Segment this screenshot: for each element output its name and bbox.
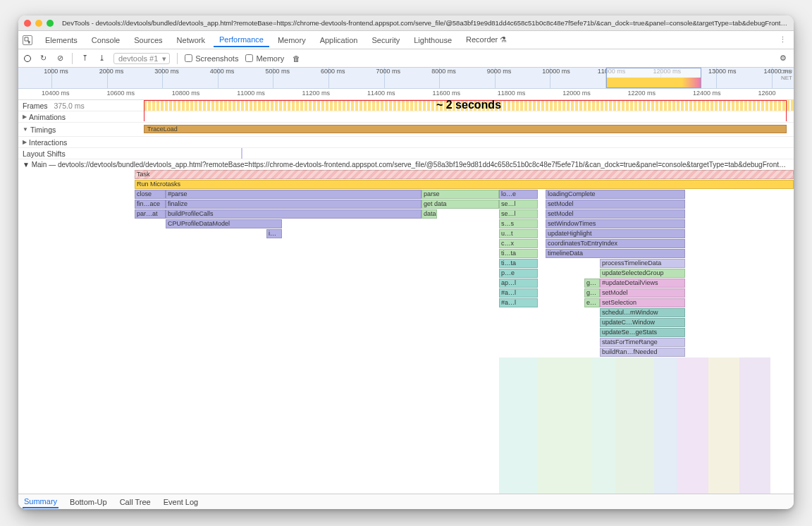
devtools-window: DevTools - devtools://devtools/bundled/d…	[18, 16, 794, 509]
flame-segment[interactable]: processTimelineData	[600, 259, 685, 268]
window-title: DevTools - devtools://devtools/bundled/d…	[62, 19, 788, 27]
flame-segment[interactable]: se…l	[499, 200, 538, 209]
tab-application[interactable]: Application	[314, 34, 364, 47]
frames-track[interactable]: Frames 375.0 ms	[18, 100, 794, 111]
flame-segment[interactable]: coordinatesToEntryIndex	[546, 239, 685, 248]
flame-segment[interactable]: updateSe…geStats	[600, 328, 685, 337]
record-button[interactable]	[24, 55, 31, 62]
flame-segment[interactable]: se…l	[499, 209, 538, 219]
flame-segment[interactable]: buildRan…fNeeded	[600, 348, 685, 357]
flame-chart[interactable]: TaskRun Microtasksclose#parseparselo…elo…	[18, 170, 794, 494]
tab-bottom-up[interactable]: Bottom-Up	[68, 496, 109, 508]
timing-traceload[interactable]: TraceLoad	[144, 125, 787, 133]
flame-segment[interactable]: buildProfileCalls	[166, 209, 422, 219]
flame-segment[interactable]: p…e	[499, 269, 538, 278]
chevron-down-icon[interactable]: ▼	[23, 161, 30, 169]
overview-selection[interactable]	[606, 68, 701, 88]
more-menu-icon[interactable]: ⋮	[776, 35, 789, 44]
tab-recorder[interactable]: Recorder ⚗	[460, 33, 512, 47]
flame-segment[interactable]: lo…e	[499, 190, 538, 199]
chevron-right-icon[interactable]: ▶	[23, 114, 27, 120]
delete-icon[interactable]: 🗑	[291, 54, 301, 63]
overview-labels: CPU NET	[780, 68, 792, 81]
flame-segment[interactable]: ti…ta	[499, 259, 538, 268]
flame-segment[interactable]: parse	[422, 190, 499, 199]
settings-gear-icon[interactable]: ⚙	[778, 54, 788, 63]
layout-shifts-track[interactable]: Layout Shifts	[18, 148, 794, 159]
time-ruler[interactable]: 10400 ms10600 ms10800 ms11000 ms11200 ms…	[18, 89, 794, 100]
tab-security[interactable]: Security	[366, 34, 405, 47]
titlebar: DevTools - devtools://devtools/bundled/d…	[18, 16, 794, 31]
flame-segment[interactable]: c…x	[499, 239, 538, 248]
window-controls	[24, 20, 54, 27]
flame-segment[interactable]: i…	[266, 229, 282, 238]
flame-segment[interactable]: schedul…mWindow	[600, 308, 685, 317]
interactions-track[interactable]: ▶Interactions	[18, 137, 794, 148]
flame-segment[interactable]: updateC…Window	[600, 318, 685, 327]
upload-icon[interactable]: ⤒	[80, 54, 90, 63]
flame-segment[interactable]: setWindowTimes	[546, 219, 685, 228]
flame-segment[interactable]: s…s	[499, 219, 538, 228]
track-lanes: Frames 375.0 ms ▶Animations ~ 2 seconds …	[18, 100, 794, 494]
profile-select[interactable]: devtools #1	[113, 53, 170, 64]
clear-button[interactable]: ⊘	[55, 54, 65, 63]
flame-segment[interactable]: CPUProfileDataModel	[166, 219, 282, 228]
flame-segment[interactable]: fin…ace	[135, 200, 166, 209]
flame-segment[interactable]: setModel	[600, 288, 685, 298]
chevron-right-icon[interactable]: ▶	[23, 139, 27, 145]
flame-segment[interactable]: #updateDetailViews	[600, 279, 685, 288]
inspect-icon[interactable]	[23, 35, 32, 45]
tab-network[interactable]: Network	[171, 34, 211, 47]
zoom-window-icon[interactable]	[47, 20, 54, 27]
flame-segment[interactable]: ap…l	[499, 279, 538, 288]
reload-button[interactable]: ↻	[38, 54, 48, 63]
minimize-window-icon[interactable]	[35, 20, 42, 27]
flame-segment[interactable]: updateSelectedGroup	[600, 269, 685, 278]
animations-track[interactable]: ▶Animations ~ 2 seconds	[18, 111, 794, 123]
flame-segment[interactable]: data	[422, 209, 437, 219]
tab-sources[interactable]: Sources	[128, 34, 168, 47]
flame-segment[interactable]: #a…l	[499, 298, 538, 307]
overview-strip[interactable]: 1000 ms2000 ms3000 ms4000 ms5000 ms6000 …	[18, 68, 794, 89]
timings-track[interactable]: ▼Timings TraceLoad	[18, 123, 794, 137]
flame-segment[interactable]: statsForTimeRange	[600, 338, 685, 347]
flame-segment[interactable]: g…	[584, 288, 600, 298]
flame-segment[interactable]: loadingComplete	[546, 190, 685, 199]
tab-event-log[interactable]: Event Log	[162, 496, 200, 508]
flame-segment[interactable]: e…	[584, 298, 600, 307]
flame-segment[interactable]: close	[135, 190, 166, 199]
chevron-down-icon[interactable]: ▼	[23, 126, 28, 133]
tab-performance[interactable]: Performance	[214, 33, 269, 47]
tab-memory[interactable]: Memory	[272, 34, 312, 47]
flame-segment[interactable]: Task	[135, 170, 794, 179]
flame-segment[interactable]: setModel	[546, 209, 685, 219]
flame-segment[interactable]: par…at	[135, 209, 166, 219]
performance-toolbar: ↻ ⊘ ⤒ ⤓ devtools #1 Screenshots Memory 🗑…	[18, 49, 794, 68]
main-track-header[interactable]: ▼ Main — devtools://devtools/bundled/dev…	[18, 159, 794, 170]
flame-segment[interactable]: #a…l	[499, 288, 538, 298]
flame-segment[interactable]: setSelection	[600, 298, 685, 307]
download-icon[interactable]: ⤓	[97, 54, 106, 63]
screenshots-checkbox[interactable]: Screenshots	[185, 54, 238, 63]
close-window-icon[interactable]	[24, 20, 31, 27]
tab-summary[interactable]: Summary	[23, 496, 59, 508]
tab-elements[interactable]: Elements	[39, 34, 83, 47]
flame-segment[interactable]: g…	[584, 279, 600, 288]
flame-segment[interactable]: Run Microtasks	[135, 180, 794, 189]
tab-call-tree[interactable]: Call Tree	[118, 496, 152, 508]
tab-console[interactable]: Console	[86, 34, 125, 47]
flame-segment[interactable]: #parse	[166, 190, 422, 199]
panel-tabs: Elements Console Sources Network Perform…	[18, 31, 794, 49]
details-tabs: Summary Bottom-Up Call Tree Event Log	[18, 494, 794, 509]
flame-segment[interactable]: get data	[422, 200, 499, 209]
flame-segment[interactable]: timelineData	[546, 249, 685, 258]
flame-segment[interactable]: ti…ta	[499, 249, 538, 258]
flame-segment[interactable]: finalize	[166, 200, 422, 209]
flame-segment[interactable]: u…t	[499, 229, 538, 238]
annotation-label: ~ 2 seconds	[436, 100, 501, 111]
tab-lighthouse[interactable]: Lighthouse	[408, 34, 457, 47]
memory-checkbox[interactable]: Memory	[245, 54, 284, 63]
flame-segment[interactable]: setModel	[546, 200, 685, 209]
flame-segment[interactable]: updateHighlight	[546, 229, 685, 238]
